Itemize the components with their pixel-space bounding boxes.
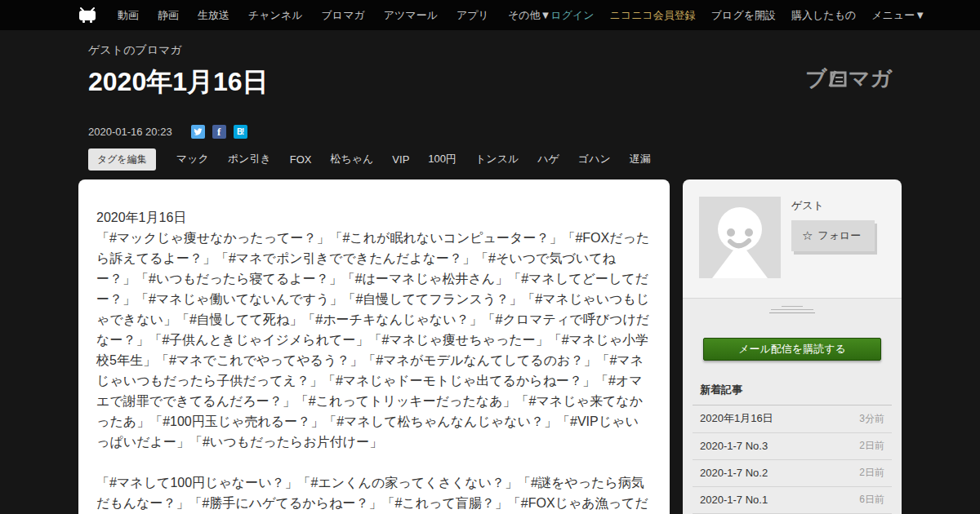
star-icon: ☆ (802, 228, 813, 243)
tag-link[interactable]: ポン引き (221, 148, 278, 171)
recent-article-title: 2020-1-7 No.3 (700, 440, 768, 452)
nav-item-video[interactable]: 動画 (118, 8, 139, 23)
tag-link[interactable]: ゴハン (572, 148, 617, 171)
recent-article-time: 3分前 (859, 412, 884, 426)
sidebar: ゲスト ☆ フォロー メール配信を購読する 新着記事 2020年1月16日 3分… (683, 179, 902, 514)
author-profile-card: ゲスト ☆ フォロー (683, 179, 902, 298)
navbar-left: 動画 静画 生放送 チャンネル ブロマガ アツマール アプリ その他▼ (78, 7, 550, 23)
divider-decoration (683, 299, 902, 313)
recent-article-row[interactable]: 2020-1-7 No.3 2日前 (693, 433, 892, 460)
blog-name[interactable]: ゲストのブロマガ (88, 43, 892, 58)
tag-row: タグを編集 マック ポン引き FOX 松ちゃん VIP 100円 トンスル ハゲ… (88, 148, 892, 171)
tag-link[interactable]: FOX (283, 149, 318, 170)
article-date-line: 2020年1月16日 (96, 207, 652, 228)
open-blog-link[interactable]: ブログを開設 (711, 8, 776, 23)
navbar-right: ログイン ニコニコ会員登録 ブログを開設 購入したもの メニュー▼ (550, 8, 925, 23)
login-link[interactable]: ログイン (550, 8, 594, 23)
article-meta-row: 2020-01-16 20:23 f B! (88, 125, 892, 139)
tag-link[interactable]: VIP (385, 149, 416, 170)
blomaga-logo[interactable]: ブ マガ (805, 64, 892, 93)
publish-timestamp: 2020-01-16 20:23 (88, 126, 172, 138)
blomaga-logo-text-prefix: ブ (805, 64, 827, 93)
recent-article-row[interactable]: 2020年1月16日 3分前 (693, 405, 892, 433)
mail-subscribe-button[interactable]: メール配信を購読する (703, 338, 881, 361)
tag-link[interactable]: 100円 (421, 148, 463, 171)
nav-item-app[interactable]: アプリ (457, 8, 489, 23)
nav-item-seiga[interactable]: 静画 (158, 8, 179, 23)
nav-item-other-menu[interactable]: その他▼ (508, 8, 550, 23)
article-paragraph: 「#マックじゃ痩せなかったってー？」「#これが眠れないコンピューター？」「#FO… (96, 228, 652, 452)
tag-link[interactable]: トンスル (469, 148, 525, 171)
recent-article-row[interactable]: 2020-1-7 No.1 6日前 (693, 487, 892, 514)
purchased-link[interactable]: 購入したもの (791, 8, 856, 23)
hatena-share-icon[interactable]: B! (234, 125, 247, 139)
recent-articles-heading: 新着記事 (693, 383, 892, 405)
blomaga-logo-text-suffix: マガ (849, 64, 892, 93)
edit-tags-button[interactable]: タグを編集 (88, 148, 156, 171)
nav-item-atsumaru[interactable]: アツマール (384, 8, 438, 23)
sidebar-lower-section: メール配信を購読する 新着記事 2020年1月16日 3分前 2020-1-7 … (683, 298, 902, 514)
top-navbar: 動画 静画 生放送 チャンネル ブロマガ アツマール アプリ その他▼ ログイン… (0, 0, 980, 30)
follow-button-label: フォロー (817, 228, 861, 243)
facebook-share-icon[interactable]: f (212, 125, 226, 139)
signup-link[interactable]: ニコニコ会員登録 (610, 8, 696, 23)
tag-link[interactable]: 遅漏 (623, 148, 657, 171)
tag-link[interactable]: 松ちゃん (323, 148, 380, 171)
profile-info: ゲスト ☆ フォロー (791, 197, 875, 278)
article-header: ゲストのブロマガ 2020年1月16日 ブ マガ 2020-01-16 20:2… (0, 30, 980, 171)
twitter-share-icon[interactable] (191, 125, 205, 139)
page-title: 2020年1月16日 (88, 64, 892, 100)
avatar (699, 197, 781, 278)
recent-article-row[interactable]: 2020-1-7 No.2 2日前 (693, 460, 892, 487)
recent-article-time: 2日前 (859, 439, 884, 453)
recent-articles: 新着記事 2020年1月16日 3分前 2020-1-7 No.3 2日前 20… (683, 383, 902, 514)
tag-link[interactable]: マック (170, 148, 216, 171)
nav-item-live[interactable]: 生放送 (198, 8, 229, 23)
blomaga-memo-icon (828, 69, 848, 89)
recent-article-title: 2020-1-7 No.2 (700, 467, 768, 479)
follow-button[interactable]: ☆ フォロー (791, 220, 875, 251)
recent-article-time: 6日前 (859, 493, 884, 507)
recent-article-title: 2020-1-7 No.1 (700, 494, 768, 506)
recent-article-time: 2日前 (859, 466, 884, 480)
article-paragraph: 「#マネして100円じゃなーい？」「#エンくんの家ってくさくない？」「#謎をやっ… (96, 472, 652, 514)
nav-item-channel[interactable]: チャンネル (248, 8, 303, 23)
recent-article-title: 2020年1月16日 (700, 411, 773, 426)
nav-item-blomaga[interactable]: ブロマガ (322, 8, 365, 23)
menu-dropdown[interactable]: メニュー▼ (871, 8, 925, 23)
niconico-tv-icon[interactable] (78, 7, 96, 23)
author-name: ゲスト (791, 198, 875, 213)
main-layout: 2020年1月16日 「#マックじゃ痩せなかったってー？」「#これが眠れないコン… (0, 171, 980, 514)
tag-link[interactable]: ハゲ (531, 148, 566, 171)
article-body: 2020年1月16日 「#マックじゃ痩せなかったってー？」「#これが眠れないコン… (78, 179, 670, 514)
